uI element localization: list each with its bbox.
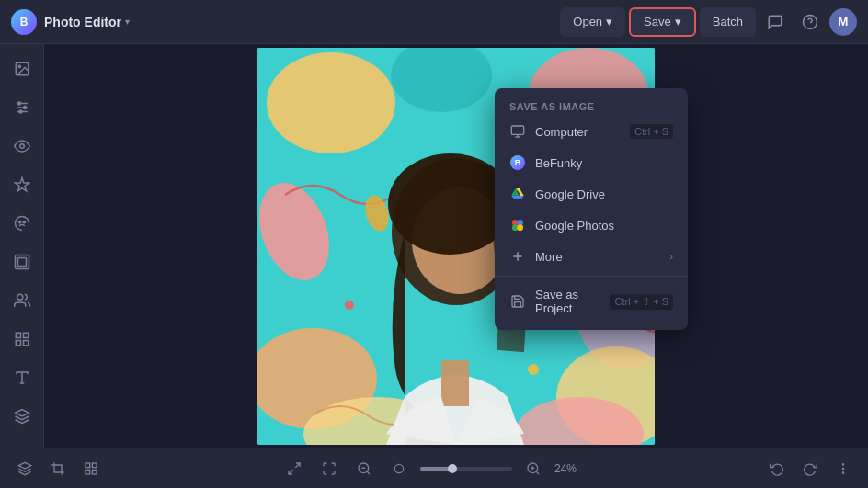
zoom-in-button[interactable] <box>520 455 547 482</box>
svg-point-76 <box>842 472 843 473</box>
retouch-icon <box>14 215 30 232</box>
sidebar-item-eye[interactable] <box>5 129 40 164</box>
svg-rect-17 <box>23 333 28 337</box>
chat-icon <box>767 14 783 30</box>
svg-point-8 <box>23 107 26 109</box>
grid-button[interactable] <box>77 455 105 482</box>
grid-icon <box>84 461 98 476</box>
gdrive-label: Google Drive <box>535 187 673 201</box>
more-label: More <box>535 250 660 264</box>
svg-point-41 <box>528 364 539 375</box>
svg-marker-22 <box>15 410 29 417</box>
avatar[interactable]: M <box>829 8 857 36</box>
svg-rect-63 <box>86 470 90 474</box>
zoom-out-icon <box>357 461 371 476</box>
dropdown-item-more[interactable]: More › <box>495 241 688 272</box>
svg-rect-60 <box>86 463 90 468</box>
help-icon <box>802 14 818 30</box>
undo-icon <box>770 461 784 476</box>
svg-rect-48 <box>441 360 469 406</box>
svg-point-24 <box>267 52 395 153</box>
more-options-button[interactable] <box>829 455 857 482</box>
svg-point-11 <box>18 221 20 222</box>
gdrive-icon <box>509 186 526 202</box>
sidebar-item-people[interactable] <box>5 283 40 318</box>
sidebar-item-image[interactable] <box>5 51 40 86</box>
dropdown-item-gdrive[interactable]: Google Drive <box>495 178 688 210</box>
computer-icon <box>509 123 526 140</box>
chat-icon-button[interactable] <box>760 6 791 38</box>
zoom-reset-button[interactable] <box>385 455 413 482</box>
expand-button[interactable] <box>280 455 308 482</box>
bottom-right <box>763 455 857 482</box>
expand-icon <box>287 461 302 476</box>
dropdown-item-save-project[interactable]: Save as Project Ctrl + ⇧ + S <box>495 280 688 323</box>
sidebar-item-retouch[interactable] <box>5 206 40 241</box>
svg-rect-18 <box>23 341 28 346</box>
canvas-area[interactable]: Save as Image Computer Ctrl + S B BeFunk… <box>44 44 868 448</box>
sidebar <box>0 44 44 448</box>
frames-icon <box>14 254 30 270</box>
svg-point-56 <box>517 224 523 231</box>
batch-button[interactable]: Batch <box>700 7 756 37</box>
gphotos-label: Google Photos <box>535 219 673 233</box>
zoom-slider[interactable] <box>420 467 512 471</box>
main: Save as Image Computer Ctrl + S B BeFunk… <box>0 44 868 448</box>
sidebar-item-frames[interactable] <box>5 244 40 279</box>
layers-bottom-button[interactable] <box>11 455 39 482</box>
layers-bottom-icon <box>17 461 32 476</box>
dropdown-item-gphotos[interactable]: Google Photos <box>495 210 688 241</box>
help-icon-button[interactable] <box>794 6 826 38</box>
graphics-icon <box>14 331 30 347</box>
dropdown-item-computer[interactable]: Computer Ctrl + S <box>495 116 688 147</box>
more-plus-icon <box>509 248 526 265</box>
zoom-out-button[interactable] <box>350 455 378 482</box>
svg-rect-16 <box>16 333 20 337</box>
people-icon <box>14 292 30 309</box>
save-project-shortcut: Ctrl + ⇧ + S <box>610 294 673 310</box>
befunky-icon: B <box>509 154 526 171</box>
save-chevron: ▾ <box>675 15 681 28</box>
fit-icon <box>322 461 337 476</box>
avatar-label: M <box>839 15 849 28</box>
gphotos-svg <box>510 218 525 233</box>
sidebar-item-graphics[interactable] <box>5 322 40 357</box>
sidebar-item-effects[interactable] <box>5 167 40 202</box>
svg-point-3 <box>18 65 20 67</box>
app-title-chevron: ▾ <box>125 17 130 27</box>
more-options-icon <box>836 461 851 476</box>
undo-button[interactable] <box>763 455 791 482</box>
open-button[interactable]: Open ▾ <box>560 7 625 37</box>
eye-icon <box>14 138 30 154</box>
redo-button[interactable] <box>796 455 824 482</box>
crop-button[interactable] <box>44 455 72 482</box>
text-icon <box>14 369 30 386</box>
fit-button[interactable] <box>315 455 343 482</box>
dropdown-item-befunky[interactable]: B BeFunky <box>495 147 688 178</box>
bottom-center: 24% <box>112 455 756 482</box>
save-label: Save <box>644 15 671 28</box>
svg-rect-49 <box>511 126 523 134</box>
save-button[interactable]: Save ▾ <box>629 7 696 37</box>
sidebar-item-adjustments[interactable] <box>5 90 40 125</box>
app-title-group[interactable]: Photo Editor ▾ <box>44 15 130 29</box>
svg-point-9 <box>19 110 22 113</box>
bottom-bar: 24% <box>0 448 868 488</box>
header-actions: Open ▾ Save ▾ Batch M <box>560 6 857 38</box>
svg-point-12 <box>23 221 25 222</box>
befunky-label: BeFunky <box>535 156 673 170</box>
svg-line-64 <box>295 463 300 468</box>
save-project-icon <box>509 293 526 310</box>
open-chevron: ▾ <box>606 15 612 28</box>
sidebar-item-text[interactable] <box>5 360 40 395</box>
redo-icon <box>803 461 817 476</box>
dropdown-divider <box>495 276 688 277</box>
gphotos-icon <box>509 217 526 233</box>
svg-point-10 <box>19 144 24 149</box>
svg-point-69 <box>394 464 403 472</box>
svg-rect-62 <box>92 470 97 474</box>
layers-icon <box>14 408 30 425</box>
crop-icon <box>51 461 65 476</box>
sidebar-item-layers[interactable] <box>5 399 40 434</box>
svg-line-65 <box>289 470 293 474</box>
